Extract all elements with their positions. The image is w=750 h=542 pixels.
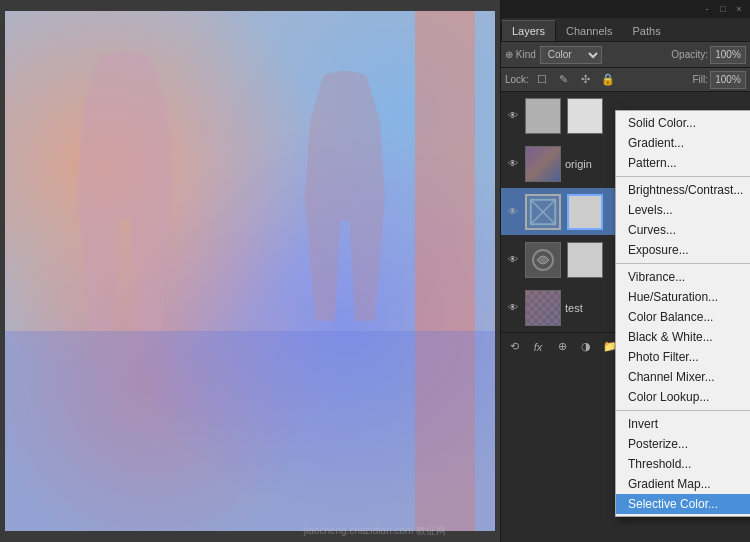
blend-mode-select[interactable]: Color Normal Multiply Screen bbox=[540, 46, 602, 64]
new-adjustment-icon[interactable]: ◑ bbox=[577, 338, 595, 356]
layer-visibility-icon[interactable]: 👁 bbox=[505, 156, 521, 172]
menu-item-threshold[interactable]: Threshold... bbox=[616, 454, 750, 474]
menu-item-curves[interactable]: Curves... bbox=[616, 220, 750, 240]
menu-separator bbox=[616, 263, 750, 264]
fill-input[interactable] bbox=[710, 71, 746, 89]
layer-visibility-icon[interactable]: 👁 bbox=[505, 300, 521, 316]
close-button[interactable]: × bbox=[732, 2, 746, 16]
menu-item-selective-color[interactable]: Selective Color... bbox=[616, 494, 750, 514]
fill-row: Fill: bbox=[692, 71, 746, 89]
layer-mask-thumbnail bbox=[567, 242, 603, 278]
canvas-area bbox=[0, 0, 500, 542]
opacity-label: Opacity: bbox=[671, 49, 708, 60]
menu-item-invert[interactable]: Invert bbox=[616, 414, 750, 434]
adjustment-dropdown-menu: Solid Color... Gradient... Pattern... Br… bbox=[615, 110, 750, 517]
photo-background bbox=[5, 11, 495, 531]
link-icon[interactable]: ⟲ bbox=[505, 338, 523, 356]
menu-item-color-balance[interactable]: Color Balance... bbox=[616, 307, 750, 327]
watermark: jiaocheng.chazidian.com 教征网 bbox=[304, 524, 446, 538]
tab-layers[interactable]: Layers bbox=[501, 20, 556, 41]
layer-thumbnail bbox=[525, 194, 561, 230]
menu-item-gradient-map[interactable]: Gradient Map... bbox=[616, 474, 750, 494]
layer-thumbnail bbox=[525, 290, 561, 326]
add-mask-icon[interactable]: ⊕ bbox=[553, 338, 571, 356]
lock-all-icon[interactable]: 🔒 bbox=[599, 71, 617, 89]
layer-visibility-icon[interactable]: 👁 bbox=[505, 204, 521, 220]
panel-titlebar: - □ × bbox=[501, 0, 750, 18]
menu-item-solid-color[interactable]: Solid Color... bbox=[616, 113, 750, 133]
figure-right bbox=[295, 71, 395, 321]
lock-transparent-icon[interactable]: ☐ bbox=[533, 71, 551, 89]
menu-item-channel-mixer[interactable]: Channel Mixer... bbox=[616, 367, 750, 387]
restore-button[interactable]: □ bbox=[716, 2, 730, 16]
menu-item-exposure[interactable]: Exposure... bbox=[616, 240, 750, 260]
menu-item-posterize[interactable]: Posterize... bbox=[616, 434, 750, 454]
panel-tabs: Layers Channels Paths bbox=[501, 18, 750, 42]
menu-separator bbox=[616, 410, 750, 411]
lock-image-icon[interactable]: ✎ bbox=[555, 71, 573, 89]
opacity-row: Opacity: bbox=[671, 46, 746, 64]
lock-label: Lock: bbox=[505, 74, 529, 85]
menu-item-gradient[interactable]: Gradient... bbox=[616, 133, 750, 153]
menu-item-photo-filter[interactable]: Photo Filter... bbox=[616, 347, 750, 367]
menu-item-black-white[interactable]: Black & White... bbox=[616, 327, 750, 347]
blue-area bbox=[5, 331, 495, 531]
layer-visibility-icon[interactable]: 👁 bbox=[505, 252, 521, 268]
menu-item-color-lookup[interactable]: Color Lookup... bbox=[616, 387, 750, 407]
layer-thumbnail bbox=[525, 242, 561, 278]
lock-position-icon[interactable]: ✣ bbox=[577, 71, 595, 89]
fx-icon[interactable]: fx bbox=[529, 338, 547, 356]
menu-item-pattern[interactable]: Pattern... bbox=[616, 153, 750, 173]
menu-item-hue-saturation[interactable]: Hue/Saturation... bbox=[616, 287, 750, 307]
minimize-button[interactable]: - bbox=[700, 2, 714, 16]
fill-label: Fill: bbox=[692, 74, 708, 85]
layer-toolbar-1: ⊕ Kind Color Normal Multiply Screen Opac… bbox=[501, 42, 750, 68]
tab-paths[interactable]: Paths bbox=[623, 20, 671, 41]
layer-thumbnail bbox=[525, 146, 561, 182]
kind-label: ⊕ Kind bbox=[505, 49, 536, 60]
tab-channels[interactable]: Channels bbox=[556, 20, 622, 41]
figure-left bbox=[65, 51, 185, 331]
menu-item-vibrance[interactable]: Vibrance... bbox=[616, 267, 750, 287]
layer-thumbnail bbox=[525, 98, 561, 134]
menu-item-levels[interactable]: Levels... bbox=[616, 200, 750, 220]
layer-name: origin bbox=[565, 158, 592, 170]
menu-item-brightness[interactable]: Brightness/Contrast... bbox=[616, 180, 750, 200]
opacity-input[interactable] bbox=[710, 46, 746, 64]
layer-name: test bbox=[565, 302, 583, 314]
canvas-image bbox=[5, 11, 495, 531]
layer-mask-thumbnail bbox=[567, 194, 603, 230]
layer-visibility-icon[interactable]: 👁 bbox=[505, 108, 521, 124]
menu-separator bbox=[616, 176, 750, 177]
layer-toolbar-2: Lock: ☐ ✎ ✣ 🔒 Fill: bbox=[501, 68, 750, 92]
layer-mask-thumbnail bbox=[567, 98, 603, 134]
